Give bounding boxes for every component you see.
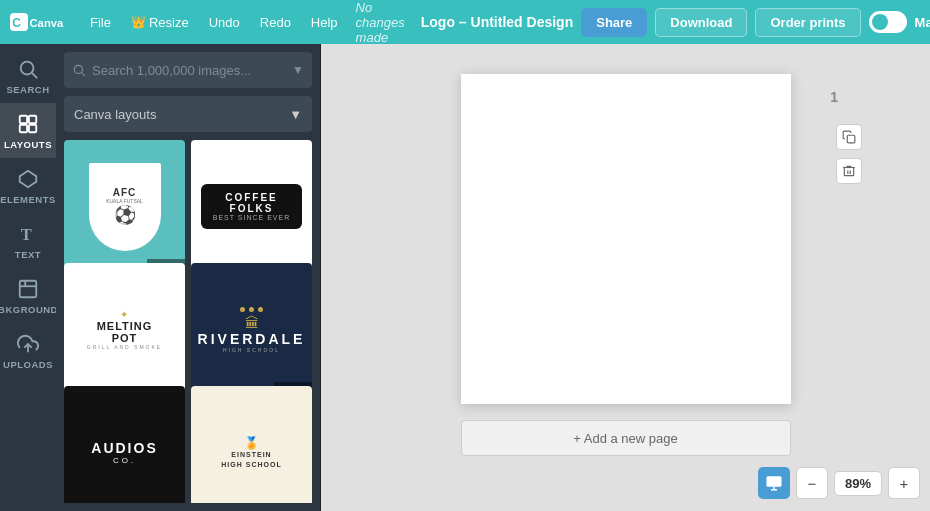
list-item[interactable]: AFC KUALA FUTSAL ⚽ FREE (64, 140, 185, 273)
main-layout: SEARCH LAYOUTS ELEMENTS T TEXT (0, 44, 930, 511)
svg-line-4 (32, 73, 37, 78)
copy-page-button[interactable] (836, 124, 862, 150)
panel: ▼ Canva layouts ▼ AFC KUALA FUTSAL ⚽ FRE… (56, 44, 321, 511)
undo-menu[interactable]: Undo (203, 11, 246, 34)
svg-text:C: C (12, 16, 21, 30)
layouts-grid: AFC KUALA FUTSAL ⚽ FREE COFFEE FOLKS BES… (64, 140, 312, 503)
present-button[interactable] (758, 467, 790, 499)
list-item[interactable]: 🏛 RIVERDALE HIGH SCHOOL FREE (191, 263, 312, 396)
search-bar[interactable]: ▼ (64, 52, 312, 88)
file-menu[interactable]: File (84, 11, 117, 34)
svg-point-15 (74, 65, 82, 73)
svg-rect-11 (20, 281, 37, 298)
dropdown-arrow-icon: ▼ (289, 107, 302, 122)
canvas-page[interactable] (461, 74, 791, 404)
zoom-out-button[interactable]: − (796, 467, 828, 499)
search-input[interactable] (92, 63, 286, 78)
zoom-level: 89% (834, 471, 882, 496)
sidebar-item-layouts[interactable]: LAYOUTS (0, 103, 56, 158)
svg-point-3 (21, 62, 34, 75)
zoom-in-button[interactable]: + (888, 467, 920, 499)
list-item[interactable]: 🏅 EINSTEINHIGH SCHOOL FREE (191, 386, 312, 503)
layouts-dropdown[interactable]: Canva layouts ▼ (64, 96, 312, 132)
design-title: Logo – Untitled Design (421, 14, 573, 30)
copy-icon (842, 130, 856, 144)
svg-rect-17 (847, 135, 855, 143)
sidebar-icons: SEARCH LAYOUTS ELEMENTS T TEXT (0, 44, 56, 511)
zoom-bar: − 89% + (758, 467, 920, 499)
svg-marker-9 (20, 171, 37, 188)
list-item[interactable]: AUDIOS CO. FREE (64, 386, 185, 503)
canva-logo[interactable]: C Canva (10, 8, 70, 36)
help-menu[interactable]: Help (305, 11, 344, 34)
make-public-label: Make public (915, 15, 930, 30)
svg-rect-18 (844, 168, 853, 176)
delete-page-button[interactable] (836, 158, 862, 184)
sidebar-item-text[interactable]: T TEXT (0, 213, 56, 268)
svg-text:T: T (21, 225, 32, 244)
svg-rect-7 (20, 125, 27, 132)
list-item[interactable]: ✦ MELTINGPOT GRILL AND SMOKE FREE (64, 263, 185, 396)
svg-rect-20 (766, 476, 781, 487)
sidebar-item-elements[interactable]: ELEMENTS (0, 158, 56, 213)
side-tools (836, 124, 862, 184)
crown-icon: 👑 (131, 15, 146, 29)
share-button[interactable]: Share (581, 8, 647, 37)
download-button[interactable]: Download (655, 8, 747, 37)
svg-rect-8 (29, 125, 36, 132)
sidebar-item-background[interactable]: BKGROUND (0, 268, 56, 323)
sidebar-item-uploads[interactable]: UPLOADS (0, 323, 56, 378)
topbar: C Canva File 👑 Resize Undo Redo Help No … (0, 0, 930, 44)
resize-menu[interactable]: 👑 Resize (125, 11, 195, 34)
svg-line-16 (82, 73, 85, 76)
canvas-area: + Add a new page 1 (321, 44, 930, 511)
svg-rect-5 (20, 116, 27, 123)
list-item[interactable]: COFFEE FOLKS BEST SINCE EVER FREE (191, 140, 312, 273)
add-page-button[interactable]: + Add a new page (461, 420, 791, 456)
make-public-toggle[interactable]: Make public (869, 11, 930, 33)
order-prints-button[interactable]: Order prints (755, 8, 860, 37)
save-status: No changes made (356, 0, 405, 45)
svg-text:Canva: Canva (30, 17, 65, 29)
search-caret: ▼ (292, 63, 304, 77)
search-icon (72, 63, 86, 77)
sidebar-item-search[interactable]: SEARCH (0, 48, 56, 103)
trash-icon (842, 164, 856, 178)
page-number: 1 (830, 89, 838, 105)
redo-menu[interactable]: Redo (254, 11, 297, 34)
present-icon (765, 474, 783, 492)
svg-rect-6 (29, 116, 36, 123)
toggle-switch[interactable] (869, 11, 907, 33)
